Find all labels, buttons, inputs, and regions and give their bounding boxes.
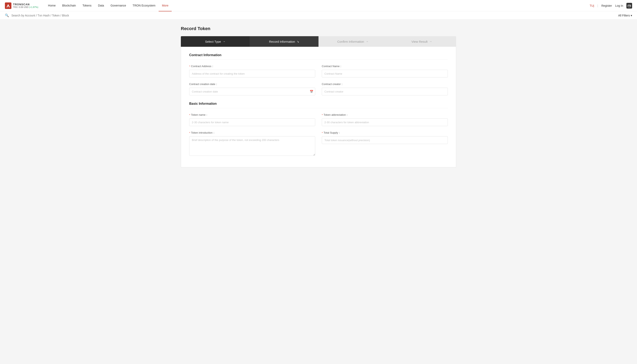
contract-address-label: * Contract Address： — [189, 64, 315, 68]
contract-address-required-star: * — [189, 65, 190, 68]
nav-blockchain[interactable]: Blockchain — [59, 0, 79, 12]
nav-tron-ecosystem[interactable]: TRON Ecosystem — [129, 0, 159, 12]
navbar: TRONSCAN TRX: 0.06 USD (+1.87%) Home Blo… — [0, 0, 637, 12]
token-abbreviation-group: * Token abbreviation： — [322, 113, 448, 126]
nav-data[interactable]: Data — [95, 0, 107, 12]
step-record-info[interactable]: Record Information ↘ — [250, 36, 318, 47]
contract-row-1: * Contract Address： Contract Name： — [189, 64, 448, 78]
logo-name: TRONSCAN — [13, 3, 38, 6]
creation-date-input-wrap: 📅 — [189, 88, 315, 95]
token-name-input[interactable] — [189, 118, 315, 126]
steps-bar: Select Type → Record Information ↘ Confi… — [181, 36, 456, 47]
contract-name-input[interactable] — [322, 70, 448, 78]
nav-divider: | — [597, 4, 598, 7]
nav-home[interactable]: Home — [45, 0, 59, 12]
contract-creation-date-label: Contract creation date： — [189, 82, 315, 86]
main-content: Record Token Select Type → Record Inform… — [176, 20, 461, 174]
total-supply-group: * Total Supply： — [322, 131, 448, 156]
nav-login[interactable]: Log In — [615, 4, 623, 7]
nav-tokens[interactable]: Tokens — [79, 0, 95, 12]
token-introduction-group: * Token introduction： — [189, 131, 315, 156]
total-supply-label: * Total Supply： — [322, 131, 448, 134]
step-select-type[interactable]: Select Type → — [181, 36, 250, 47]
basic-info-title: Basic Information — [189, 102, 448, 108]
search-filter[interactable]: All Filters ▾ — [618, 14, 632, 17]
contract-creator-group: Contract creator： — [322, 82, 448, 95]
basic-info-section: Basic Information * Token name： * Token … — [189, 102, 448, 156]
nav-register[interactable]: Register — [601, 4, 612, 7]
contract-creator-label: Contract creator： — [322, 82, 448, 86]
contract-row-2: Contract creation date： 📅 Contract creat… — [189, 82, 448, 95]
token-introduction-required-star: * — [189, 131, 190, 134]
step-arrow-0: → — [223, 40, 226, 43]
logo[interactable]: TRONSCAN TRX: 0.06 USD (+1.87%) — [5, 2, 38, 9]
page-title: Record Token — [181, 26, 456, 31]
token-name-group: * Token name： — [189, 113, 315, 126]
token-introduction-label: * Token introduction： — [189, 131, 315, 134]
total-supply-required-star: * — [322, 131, 323, 134]
basic-row-2: * Token introduction： * Total Supply： — [189, 131, 448, 156]
nav-links: Home Blockchain Tokens Data Governance T… — [45, 0, 590, 12]
search-icon: 🔍 — [5, 14, 9, 17]
chevron-down-icon: ▾ — [631, 14, 632, 17]
svg-rect-3 — [630, 6, 630, 6]
form-section: Contract Information * Contract Address：… — [181, 47, 456, 167]
total-supply-input[interactable] — [322, 136, 448, 144]
nav-user[interactable]: TUj — [590, 4, 594, 7]
step-arrow-1: ↘ — [297, 40, 299, 43]
contract-name-group: Contract Name： — [322, 64, 448, 78]
contract-name-label: Contract Name： — [322, 64, 448, 68]
nav-right: TUj | Register Log In — [590, 3, 632, 8]
search-bar: 🔍 All Filters ▾ — [0, 12, 637, 20]
logo-price: TRX: 0.06 USD (+1.87%) — [13, 6, 38, 8]
wallet-icon[interactable] — [626, 3, 632, 8]
token-introduction-input[interactable] — [189, 136, 315, 156]
token-abbreviation-required-star: * — [322, 114, 323, 116]
nav-more[interactable]: More — [159, 0, 172, 12]
basic-row-1: * Token name： * Token abbreviation： — [189, 113, 448, 126]
step-arrow-3: → — [429, 40, 432, 43]
contract-creator-input[interactable] — [322, 88, 448, 95]
token-abbreviation-label: * Token abbreviation： — [322, 113, 448, 117]
contract-address-input[interactable] — [189, 70, 315, 78]
nav-governance[interactable]: Governance — [107, 0, 129, 12]
contract-info-title: Contract Information — [189, 53, 448, 60]
step-view-result[interactable]: View Result → — [387, 36, 456, 47]
step-confirm-info[interactable]: Confirm Information → — [318, 36, 387, 47]
token-abbreviation-input[interactable] — [322, 118, 448, 126]
token-name-label: * Token name： — [189, 113, 315, 117]
contract-creation-date-group: Contract creation date： 📅 — [189, 82, 315, 95]
search-input[interactable] — [12, 14, 616, 17]
contract-creation-date-input[interactable] — [189, 88, 315, 95]
contract-address-group: * Contract Address： — [189, 64, 315, 78]
tronscan-logo-icon — [5, 2, 12, 9]
step-arrow-2: → — [366, 40, 369, 43]
token-name-required-star: * — [189, 114, 190, 116]
